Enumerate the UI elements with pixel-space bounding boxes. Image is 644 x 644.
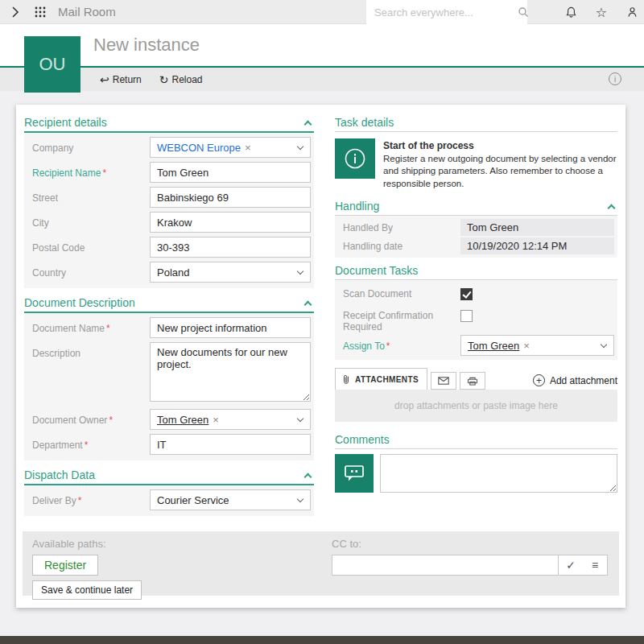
section-title: Task details: [335, 116, 394, 129]
company-chip[interactable]: WEBCON Europe: [157, 142, 241, 154]
tab-print-attachments[interactable]: [460, 372, 485, 390]
search-icon[interactable]: [518, 6, 529, 18]
register-button[interactable]: Register: [32, 555, 98, 576]
back-chevron-icon[interactable]: [8, 5, 23, 19]
attachments-dropzone[interactable]: drop attachments or paste image here: [335, 390, 617, 422]
collapse-chevron-icon[interactable]: [304, 473, 312, 481]
assign-to-select[interactable]: Tom Green ×: [460, 335, 614, 356]
remove-company-icon[interactable]: ×: [245, 142, 251, 154]
remove-owner-icon[interactable]: ×: [213, 414, 219, 426]
add-attachment-button[interactable]: + Add attachment: [533, 374, 617, 390]
document-owner-select[interactable]: Tom Green ×: [150, 409, 311, 430]
reload-button[interactable]: ↻ Reload: [159, 74, 203, 85]
search-input[interactable]: [373, 6, 518, 19]
assignee-chip[interactable]: Tom Green: [468, 340, 519, 352]
notifications-bell-icon[interactable]: [564, 5, 578, 19]
return-label: Return: [113, 74, 142, 85]
reload-label: Reload: [172, 74, 203, 85]
section-dispatch-data: Dispatch Data: [24, 469, 314, 485]
paths-footer: Available paths: Register Save & continu…: [23, 531, 619, 596]
required-asterisk: *: [386, 341, 390, 352]
document-name-label: Document Name*: [27, 317, 150, 334]
cc-to-input[interactable]: [332, 555, 559, 576]
top-app-bar: Mail Room ☆: [0, 0, 644, 24]
add-attachment-label: Add attachment: [550, 375, 617, 386]
company-label: Company: [27, 137, 150, 154]
chevron-down-icon[interactable]: [297, 415, 303, 422]
available-paths-label: Available paths:: [32, 538, 332, 550]
comments-block: [335, 454, 617, 493]
deliver-by-value: Courier Service: [157, 494, 229, 506]
field-receipt-confirmation: Receipt Confirmation Required: [338, 306, 614, 332]
document-name-input[interactable]: [150, 317, 311, 338]
deliver-by-select[interactable]: Courier Service: [150, 489, 311, 510]
handled-by-value: Tom Green: [460, 219, 614, 236]
app-grid-icon[interactable]: [34, 6, 47, 19]
form-toolbar: ↩ Return ↻ Reload: [0, 68, 644, 91]
header-divider: [0, 66, 644, 68]
process-avatar: OU: [24, 36, 80, 93]
receipt-confirmation-checkbox[interactable]: [460, 310, 473, 322]
city-label: City: [27, 212, 150, 229]
collapse-chevron-icon[interactable]: [304, 300, 312, 308]
cc-picker-list-icon[interactable]: ≡: [583, 555, 607, 575]
recipient-name-input[interactable]: [150, 162, 311, 183]
field-deliver-by: Deliver By* Courier Service: [27, 489, 311, 510]
handling-date-value: 10/19/2020 12:14 PM: [460, 237, 614, 254]
scan-document-label: Scan Document: [338, 284, 460, 299]
country-select[interactable]: Poland: [150, 262, 311, 283]
section-comments: Comments: [335, 433, 617, 449]
chevron-down-icon[interactable]: [297, 268, 303, 275]
country-value: Poland: [157, 266, 189, 279]
owner-chip[interactable]: Tom Green: [157, 414, 208, 426]
field-street: Street: [27, 187, 311, 208]
receipt-confirmation-label: Receipt Confirmation Required: [338, 306, 460, 332]
tab-attachments[interactable]: ATTACHMENTS: [335, 368, 427, 390]
cc-confirm-check-icon[interactable]: ✓: [559, 555, 583, 575]
field-assign-to: Assign To* Tom Green ×: [338, 335, 614, 356]
field-description: Description New documents for our new pr…: [27, 342, 311, 405]
field-scan-document: Scan Document: [338, 284, 614, 303]
description-textarea[interactable]: New documents for our new project.: [150, 342, 311, 402]
document-tasks-fields: Scan Document Receipt Confirmation Requi…: [335, 280, 617, 360]
dispatch-fields: Deliver By* Courier Service: [24, 485, 314, 516]
paperclip-icon: [342, 374, 350, 385]
handling-fields: Handled By Tom Green Handling date 10/19…: [335, 216, 617, 258]
field-postal-code: Postal Code: [27, 237, 311, 258]
field-country: Country Poland: [27, 262, 311, 283]
section-title: Comments: [335, 433, 390, 446]
scan-document-checkbox[interactable]: [460, 288, 473, 300]
favorites-star-icon[interactable]: ☆: [594, 5, 609, 19]
chevron-down-icon[interactable]: [601, 341, 607, 348]
info-icon[interactable]: i: [609, 72, 621, 85]
document-owner-label: Document Owner*: [27, 409, 150, 426]
collapse-chevron-icon[interactable]: [608, 204, 616, 212]
global-search[interactable]: [366, 0, 527, 24]
page-title: New instance: [93, 24, 200, 66]
chevron-down-icon[interactable]: [297, 496, 303, 502]
field-document-owner: Document Owner* Tom Green ×: [27, 409, 311, 430]
user-profile-icon[interactable]: [625, 5, 639, 19]
handling-date-label: Handling date: [338, 237, 460, 254]
form-card: Recipient details Company WEBCON Europe …: [16, 105, 625, 608]
save-continue-button[interactable]: Save & continue later: [32, 580, 142, 600]
tab-mail-attachments[interactable]: [431, 372, 456, 390]
section-task-details: Task details: [335, 116, 617, 132]
printer-icon: [467, 377, 478, 386]
city-input[interactable]: [150, 212, 311, 233]
section-title: Dispatch Data: [24, 469, 95, 481]
postal-code-input[interactable]: [150, 237, 311, 258]
required-asterisk: *: [109, 415, 113, 426]
task-body: Register a new outgoing document by sele…: [383, 154, 617, 188]
chevron-down-icon[interactable]: [297, 143, 303, 150]
department-input[interactable]: [150, 434, 311, 455]
remove-assignee-icon[interactable]: ×: [523, 340, 530, 352]
return-button[interactable]: ↩ Return: [100, 74, 142, 85]
company-select[interactable]: WEBCON Europe ×: [150, 137, 311, 158]
required-asterisk: *: [85, 440, 89, 451]
app-title: Mail Room: [58, 5, 116, 19]
cc-to-label: CC to:: [332, 538, 608, 550]
collapse-chevron-icon[interactable]: [304, 120, 312, 128]
comments-textarea[interactable]: [380, 454, 617, 493]
street-input[interactable]: [150, 187, 311, 208]
